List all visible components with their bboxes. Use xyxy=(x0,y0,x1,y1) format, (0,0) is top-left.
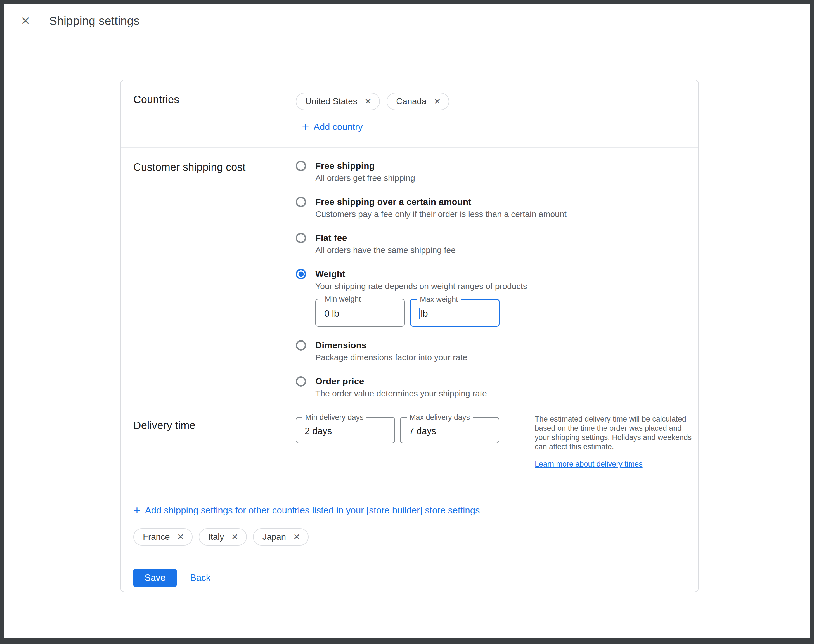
dialog-title: Shipping settings xyxy=(49,14,139,28)
min-delivery-days-field[interactable]: Min delivery days 2 days xyxy=(296,417,395,443)
back-button[interactable]: Back xyxy=(190,569,210,587)
plus-icon: + xyxy=(302,121,309,133)
min-weight-label: Min weight xyxy=(322,295,364,304)
max-weight-value: lb xyxy=(419,308,428,319)
remove-icon[interactable]: ✕ xyxy=(293,533,300,541)
radio-free-shipping-over-amount[interactable] xyxy=(296,197,306,207)
countries-section: Countries United States ✕ Canada ✕ xyxy=(121,80,698,147)
delivery-note-text: The estimated delivery time will be calc… xyxy=(535,414,697,451)
min-weight-field[interactable]: Min weight 0 lb xyxy=(315,299,405,327)
remove-icon[interactable]: ✕ xyxy=(177,533,184,541)
max-delivery-days-field[interactable]: Max delivery days 7 days xyxy=(400,417,499,443)
option-free-shipping-over-amount: Free shipping over a certain amount Cust… xyxy=(296,196,567,219)
option-free-shipping: Free shipping All orders get free shippi… xyxy=(296,160,567,183)
option-order-price: Order price The order value determines y… xyxy=(296,376,567,399)
delivery-time-label: Delivery time xyxy=(133,420,296,432)
add-other-countries-label: Add shipping settings for other countrie… xyxy=(145,505,480,516)
country-chip-united-states[interactable]: United States ✕ xyxy=(296,93,380,110)
remove-icon[interactable]: ✕ xyxy=(434,97,441,106)
option-title[interactable]: Order price xyxy=(315,376,487,387)
other-countries-section: + Add shipping settings for other countr… xyxy=(121,497,698,557)
option-weight: Weight Your shipping rate depends on wei… xyxy=(296,268,567,327)
add-country-label: Add country xyxy=(314,121,363,132)
max-delivery-days-label: Max delivery days xyxy=(407,413,473,422)
radio-order-price[interactable] xyxy=(296,376,306,386)
option-description: All orders have the same shipping fee xyxy=(315,245,456,256)
actions-row: Save Back xyxy=(121,557,698,592)
radio-free-shipping[interactable] xyxy=(296,161,306,171)
radio-flat-fee[interactable] xyxy=(296,233,306,243)
text-cursor xyxy=(419,308,420,319)
radio-weight-selected[interactable] xyxy=(296,269,306,279)
option-title[interactable]: Dimensions xyxy=(315,340,468,351)
shipping-settings-dialog: ✕ Shipping settings Countries United Sta… xyxy=(5,4,809,638)
plus-icon: + xyxy=(133,504,141,517)
country-chips: United States ✕ Canada ✕ xyxy=(296,93,449,110)
chip-label: United States xyxy=(305,97,357,106)
delivery-fields: Min delivery days 2 days Max delivery da… xyxy=(296,417,499,443)
option-description: Package dimensions factor into your rate xyxy=(315,352,468,363)
settings-card: Countries United States ✕ Canada ✕ xyxy=(120,80,699,592)
max-weight-field[interactable]: Max weight lb xyxy=(410,299,500,327)
min-delivery-days-value: 2 days xyxy=(305,426,332,436)
option-description: Your shipping rate depends on weight ran… xyxy=(315,281,527,291)
save-button[interactable]: Save xyxy=(133,569,177,587)
shipping-cost-options: Free shipping All orders get free shippi… xyxy=(296,148,567,406)
country-chip-france[interactable]: France ✕ xyxy=(133,528,193,546)
dialog-header: ✕ Shipping settings xyxy=(5,4,809,38)
option-title[interactable]: Free shipping xyxy=(315,160,415,171)
chip-label: Japan xyxy=(262,532,286,542)
close-icon[interactable]: ✕ xyxy=(17,12,34,29)
learn-more-link[interactable]: Learn more about delivery times xyxy=(535,460,643,468)
other-country-chips: France ✕ Italy ✕ Japan ✕ xyxy=(133,528,698,546)
vertical-divider xyxy=(515,415,515,478)
screenshot-frame: ✕ Shipping settings Countries United Sta… xyxy=(0,0,814,644)
shipping-cost-section: Customer shipping cost Free shipping All… xyxy=(121,148,698,406)
min-weight-value: 0 lb xyxy=(324,308,339,319)
add-country-button[interactable]: + Add country xyxy=(296,121,449,133)
option-title[interactable]: Free shipping over a certain amount xyxy=(315,196,567,207)
max-delivery-days-value: 7 days xyxy=(409,426,436,436)
weight-fields: Min weight 0 lb Max weight lb xyxy=(315,299,527,327)
option-description: Customers pay a fee only if their order … xyxy=(315,209,567,219)
country-chip-japan[interactable]: Japan ✕ xyxy=(253,528,309,546)
country-chip-canada[interactable]: Canada ✕ xyxy=(386,93,449,110)
option-dimensions: Dimensions Package dimensions factor int… xyxy=(296,340,567,363)
max-weight-label: Max weight xyxy=(417,295,461,304)
country-chip-italy[interactable]: Italy ✕ xyxy=(199,528,247,546)
radio-dimensions[interactable] xyxy=(296,340,306,351)
option-flat-fee: Flat fee All orders have the same shippi… xyxy=(296,232,567,256)
delivery-note-box: The estimated delivery time will be calc… xyxy=(535,414,697,468)
option-title[interactable]: Flat fee xyxy=(315,232,456,244)
chip-label: Italy xyxy=(208,532,224,542)
option-description: All orders get free shipping xyxy=(315,173,415,183)
countries-label: Countries xyxy=(133,94,296,106)
remove-icon[interactable]: ✕ xyxy=(365,97,371,106)
delivery-time-section: Delivery time Min delivery days 2 days M… xyxy=(121,406,698,496)
remove-icon[interactable]: ✕ xyxy=(231,533,238,541)
min-delivery-days-label: Min delivery days xyxy=(302,413,366,422)
chip-label: France xyxy=(143,532,170,542)
option-title[interactable]: Weight xyxy=(315,268,527,279)
shipping-cost-label: Customer shipping cost xyxy=(133,161,296,173)
add-other-countries-button[interactable]: + Add shipping settings for other countr… xyxy=(133,504,698,517)
option-description: The order value determines your shipping… xyxy=(315,388,487,399)
chip-label: Canada xyxy=(396,97,426,106)
